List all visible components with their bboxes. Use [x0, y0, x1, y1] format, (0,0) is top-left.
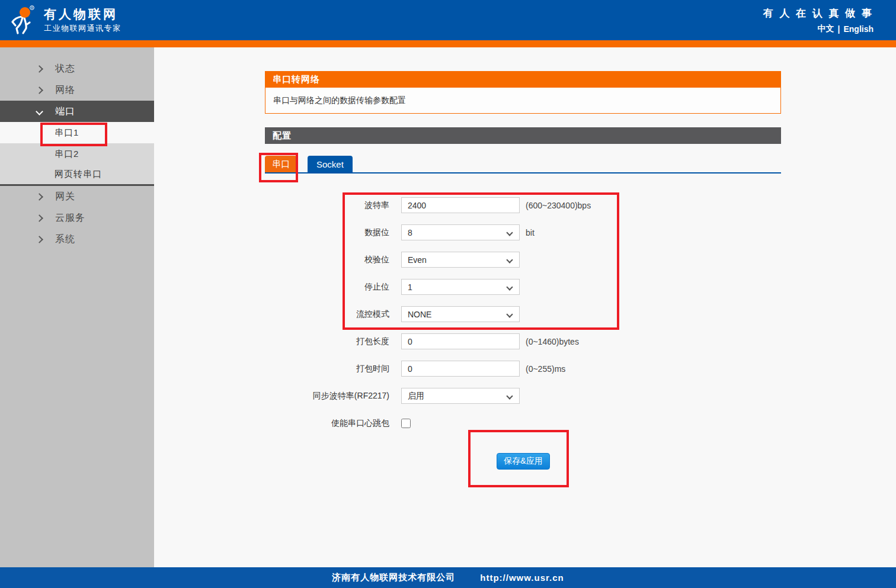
field-hint: (0~255)ms	[526, 364, 565, 374]
form-row: 同步波特率(RF2217)启用	[265, 388, 781, 404]
sidebar-item-网页转串口[interactable]: 网页转串口	[0, 165, 154, 186]
sidebar-item-label: 串口2	[55, 149, 79, 160]
form-row: 打包时间(0~255)ms	[265, 361, 781, 377]
tab-bar: 串口 Socket	[265, 156, 781, 173]
field-label: 同步波特率(RF2217)	[265, 391, 389, 401]
form-row: 使能串口心跳包	[265, 415, 781, 431]
content-area: 串口转网络 串口与网络之间的数据传输参数配置 配置 串口 Socket 波特率(…	[154, 47, 896, 567]
sidebar-item-系统[interactable]: 系统	[0, 229, 154, 250]
select-value: 启用	[408, 391, 424, 401]
field-label: 打包长度	[265, 336, 389, 347]
language-switcher: 中文 | English	[818, 24, 873, 34]
form-row: 打包长度(0~1460)bytes	[265, 333, 781, 349]
panel-description: 串口与网络之间的数据传输参数配置	[265, 88, 781, 114]
lang-divider: |	[838, 24, 840, 34]
sidebar-item-label: 状态	[55, 63, 75, 75]
sidebar-item-状态[interactable]: 状态	[0, 58, 154, 79]
chevron-down-icon	[506, 311, 513, 317]
select-value: 1	[408, 282, 412, 292]
usr-logo-icon: R	[8, 5, 37, 36]
field-label: 打包时间	[265, 364, 389, 374]
sidebar-item-label: 网关	[55, 191, 75, 203]
lang-chinese-link[interactable]: 中文	[818, 24, 834, 34]
slogan: 有 人 在 认 真 做 事	[763, 7, 873, 20]
field-select[interactable]: 8	[401, 224, 520, 240]
field-hint: (0~1460)bytes	[526, 337, 579, 346]
select-value: NONE	[408, 310, 431, 319]
field-select[interactable]: 1	[401, 279, 520, 295]
serial-form: 波特率(600~230400)bps数据位8bit校验位Even停止位1流控模式…	[265, 197, 781, 431]
field-label: 使能串口心跳包	[265, 418, 389, 429]
field-label: 停止位	[265, 282, 389, 293]
chevron-right-icon	[36, 65, 43, 73]
lang-english-link[interactable]: English	[843, 24, 873, 34]
sidebar-item-label: 端口	[55, 105, 75, 118]
form-row: 停止位1	[265, 279, 781, 295]
section-title-bar: 配置	[265, 127, 781, 144]
form-row: 流控模式NONE	[265, 306, 781, 322]
field-label: 流控模式	[265, 309, 389, 320]
content-column: 串口转网络 串口与网络之间的数据传输参数配置 配置 串口 Socket 波特率(…	[265, 47, 781, 470]
sidebar-item-网络[interactable]: 网络	[0, 79, 154, 101]
tab-serial[interactable]: 串口	[265, 156, 297, 172]
field-select[interactable]: 启用	[401, 388, 520, 404]
sidebar-item-label: 串口1	[55, 127, 79, 139]
field-input[interactable]	[401, 333, 520, 349]
chevron-right-icon	[36, 86, 43, 94]
button-row: 保存&应用	[265, 453, 781, 470]
sidebar-item-label: 网页转串口	[55, 169, 102, 180]
chevron-down-icon	[506, 284, 513, 290]
sidebar-item-串口2[interactable]: 串口2	[0, 143, 154, 165]
save-apply-button[interactable]: 保存&应用	[497, 453, 550, 470]
tab-socket[interactable]: Socket	[308, 156, 353, 172]
footer-bar: 济南有人物联网技术有限公司 http://www.usr.cn	[0, 567, 896, 588]
chevron-down-icon	[506, 256, 513, 263]
chevron-right-icon	[36, 214, 43, 222]
chevron-down-icon	[506, 393, 513, 399]
field-select[interactable]: Even	[401, 252, 520, 268]
main-area: 状态网络端口串口1串口2网页转串口网关云服务系统 串口转网络 串口与网络之间的数…	[0, 47, 896, 567]
chevron-down-icon	[506, 229, 513, 236]
field-checkbox[interactable]	[401, 419, 411, 428]
accent-stripe	[0, 40, 896, 47]
sidebar-item-端口[interactable]: 端口	[0, 101, 154, 122]
sidebar-item-串口1[interactable]: 串口1	[0, 122, 154, 143]
sidebar-item-网关[interactable]: 网关	[0, 186, 154, 207]
sidebar-item-label: 云服务	[55, 212, 85, 224]
field-input[interactable]	[401, 197, 520, 213]
header-right: 有 人 在 认 真 做 事 中文 | English	[763, 7, 873, 34]
brand-text: 有人物联网 工业物联网通讯专家	[44, 7, 121, 34]
field-input[interactable]	[401, 361, 520, 377]
sidebar-item-label: 系统	[55, 233, 75, 246]
field-hint: bit	[526, 228, 535, 237]
sidebar-menu: 状态网络端口串口1串口2网页转串口网关云服务系统	[0, 47, 154, 567]
select-value: Even	[408, 255, 427, 265]
top-header: R 有人物联网 工业物联网通讯专家 有 人 在 认 真 做 事 中文 | Eng…	[0, 0, 896, 40]
app-window: R 有人物联网 工业物联网通讯专家 有 人 在 认 真 做 事 中文 | Eng…	[0, 0, 896, 588]
form-row: 数据位8bit	[265, 224, 781, 240]
select-value: 8	[408, 228, 412, 237]
brand-tagline: 工业物联网通讯专家	[44, 23, 121, 34]
panel-title-bar: 串口转网络	[265, 71, 781, 88]
chevron-right-icon	[36, 193, 43, 201]
brand-name: 有人物联网	[44, 7, 121, 22]
field-label: 数据位	[265, 227, 389, 238]
footer-url-link[interactable]: http://www.usr.cn	[480, 573, 564, 583]
chevron-down-icon	[36, 108, 43, 115]
footer-company: 济南有人物联网技术有限公司	[332, 572, 455, 583]
chevron-right-icon	[36, 236, 43, 243]
form-row: 波特率(600~230400)bps	[265, 197, 781, 213]
sidebar-item-label: 网络	[55, 84, 75, 97]
field-label: 校验位	[265, 255, 389, 265]
svg-text:R: R	[31, 6, 33, 9]
brand: R 有人物联网 工业物联网通讯专家	[8, 5, 121, 36]
form-row: 校验位Even	[265, 252, 781, 268]
field-select[interactable]: NONE	[401, 306, 520, 322]
sidebar-item-云服务[interactable]: 云服务	[0, 207, 154, 229]
field-label: 波特率	[265, 200, 389, 211]
field-hint: (600~230400)bps	[526, 201, 591, 210]
